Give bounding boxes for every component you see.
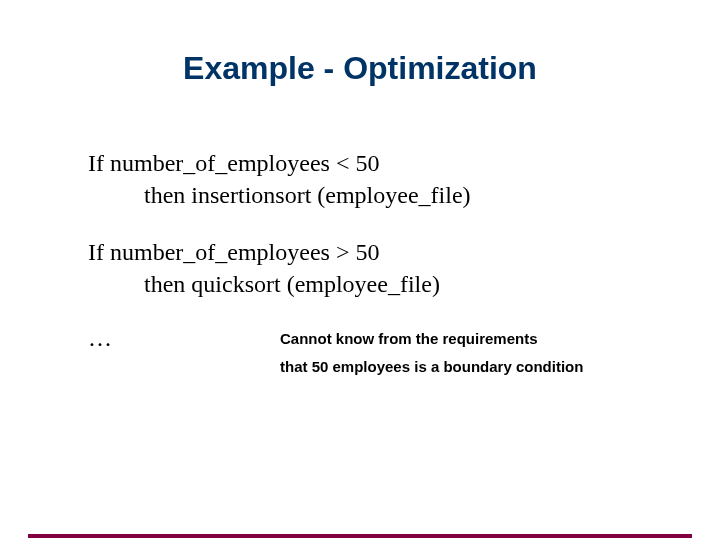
ellipsis: … [88, 325, 280, 352]
code-line: If number_of_employees > 50 [88, 236, 660, 268]
note-line: Cannot know from the requirements [280, 325, 583, 354]
slide-body: If number_of_employees < 50 then inserti… [0, 147, 720, 382]
code-block-2: If number_of_employees > 50 then quickso… [88, 236, 660, 301]
code-line-indent: then quicksort (employee_file) [88, 268, 660, 300]
code-block-1: If number_of_employees < 50 then inserti… [88, 147, 660, 212]
code-line-indent: then insertionsort (employee_file) [88, 179, 660, 211]
code-line: If number_of_employees < 50 [88, 147, 660, 179]
footer-divider [28, 534, 692, 538]
slide: Example - Optimization If number_of_empl… [0, 50, 720, 540]
note-line: that 50 employees is a boundary conditio… [280, 353, 583, 382]
note-text: Cannot know from the requirements that 5… [280, 325, 583, 382]
ellipsis-row: … Cannot know from the requirements that… [88, 325, 660, 382]
slide-title: Example - Optimization [0, 50, 720, 87]
